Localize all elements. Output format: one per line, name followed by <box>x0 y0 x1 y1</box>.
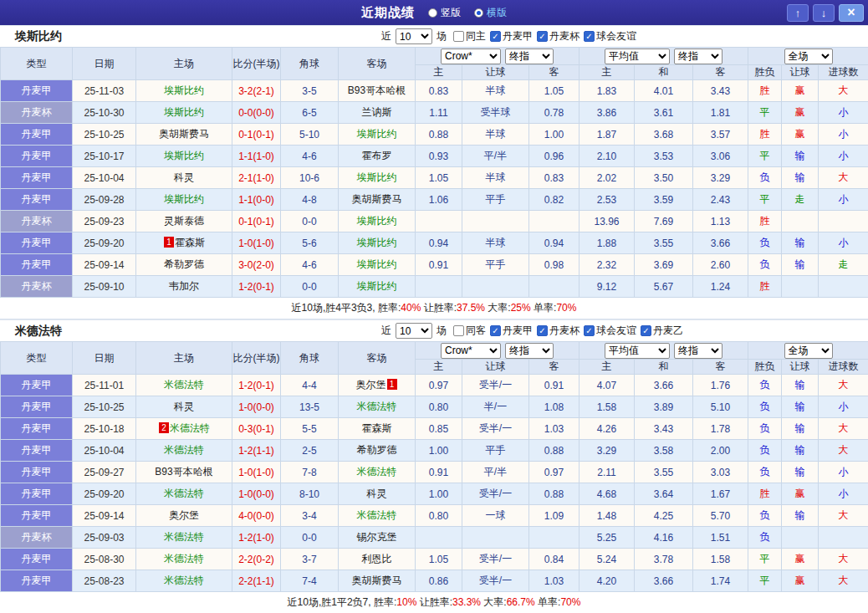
team-link[interactable]: 锡尔克堡 <box>357 531 397 543</box>
team-link[interactable]: 埃斯比约 <box>357 237 397 248</box>
home-team-cell: 米德法特 <box>136 549 232 570</box>
team-link[interactable]: 奥尔堡 <box>169 509 199 521</box>
result-cell: 平 <box>748 570 782 592</box>
team-link[interactable]: 埃斯比约 <box>357 215 397 227</box>
team-link[interactable]: 韦加尔 <box>169 280 199 292</box>
filter-checkbox-丹麦杯[interactable]: ✓丹麦杯 <box>537 29 580 43</box>
filter-checkbox-球会友谊[interactable]: ✓球会友谊 <box>584 324 636 338</box>
match-scope-select[interactable]: 全场 <box>784 49 833 64</box>
team-link[interactable]: B93哥本哈根 <box>155 466 212 478</box>
team-link[interactable]: 科灵 <box>367 488 387 499</box>
team-link[interactable]: 米德法特 <box>164 531 204 543</box>
checkbox-icon[interactable] <box>453 31 464 42</box>
team-link[interactable]: 奥胡斯费马 <box>352 193 402 205</box>
layout-radio-horizontal[interactable]: 横版 <box>474 6 507 20</box>
team-link[interactable]: 埃斯比约 <box>357 258 397 270</box>
team-link[interactable]: 米德法特 <box>164 379 204 391</box>
team-link[interactable]: 奥尔堡 <box>356 379 386 391</box>
team-link[interactable]: 米德法特 <box>357 466 397 478</box>
away-team-cell: 埃斯比约 <box>339 276 416 298</box>
away-team-cell: 奥胡斯费马 <box>339 189 416 211</box>
titlebar: 近期战绩 竖版 横版 ↑ ↓ × <box>0 0 868 25</box>
checkbox-icon[interactable]: ✓ <box>490 31 501 42</box>
goals-result-cell: 小 <box>819 232 868 254</box>
filter-checkbox-丹麦甲[interactable]: ✓丹麦甲 <box>490 29 533 43</box>
team-link[interactable]: 科灵 <box>174 171 194 183</box>
odds-away-cell: 1.81 <box>693 102 748 124</box>
scope-select-cell: 全场 <box>748 342 868 360</box>
checkbox-icon[interactable]: ✓ <box>641 325 651 336</box>
handicap-line-cell: 半球 <box>462 80 529 102</box>
team-link[interactable]: 希勒罗德 <box>357 444 397 456</box>
final-index-select-2[interactable]: 终指 <box>674 49 722 64</box>
filter-checkbox-球会友谊[interactable]: ✓球会友谊 <box>584 29 636 43</box>
handicap-away-cell <box>529 211 580 232</box>
team-link[interactable]: 米德法特 <box>357 509 397 521</box>
team-link[interactable]: 霍森斯 <box>175 237 205 248</box>
average-value-select[interactable]: 平均值 <box>605 49 670 64</box>
checkbox-icon[interactable]: ✓ <box>537 325 548 336</box>
match-count-select[interactable]: 10 <box>396 323 432 339</box>
handicap-home-cell: 0.91 <box>416 462 462 483</box>
team-link[interactable]: 奥胡斯费马 <box>159 128 209 140</box>
league-type-cell: 丹麦甲 <box>1 189 73 211</box>
team-link[interactable]: 埃斯比约 <box>164 150 204 161</box>
checkbox-label: 球会友谊 <box>596 29 636 43</box>
team-link[interactable]: 米德法特 <box>164 575 204 586</box>
final-index-select[interactable]: 终指 <box>505 343 554 359</box>
scroll-down-button[interactable]: ↓ <box>813 4 835 22</box>
odds-home-cell: 3.86 <box>580 102 635 124</box>
match-scope-select[interactable]: 全场 <box>784 343 833 359</box>
team-link[interactable]: 埃斯比约 <box>164 84 204 96</box>
checkbox-icon[interactable]: ✓ <box>584 31 595 42</box>
team-link[interactable]: 兰讷斯 <box>362 106 392 118</box>
col-type-header: 类型 <box>1 342 73 375</box>
team-link[interactable]: 埃斯比约 <box>164 106 204 118</box>
checkbox-icon[interactable]: ✓ <box>584 325 595 336</box>
team-link[interactable]: 米德法特 <box>164 553 204 564</box>
odds-home-cell: 1.87 <box>580 124 635 146</box>
away-team-cell: 霍森斯 <box>339 418 416 440</box>
close-button[interactable]: × <box>839 4 864 22</box>
team-link[interactable]: 埃斯比约 <box>357 280 397 292</box>
handicap-away-cell: 0.88 <box>529 440 580 462</box>
bookmaker-select[interactable]: Crow* <box>441 49 501 64</box>
filter-checkbox-丹麦甲[interactable]: ✓丹麦甲 <box>490 324 533 338</box>
team-link[interactable]: 希勒罗德 <box>164 258 204 270</box>
match-count-select[interactable]: 10 <box>396 28 432 44</box>
handicap-home-cell: 1.06 <box>416 189 462 211</box>
scroll-up-button[interactable]: ↑ <box>787 4 809 22</box>
team-link[interactable]: 奥胡斯费马 <box>352 575 402 586</box>
checkbox-icon[interactable]: ✓ <box>490 325 501 336</box>
league-type-cell: 丹麦甲 <box>1 232 73 254</box>
checkbox-icon[interactable]: ✓ <box>537 31 548 42</box>
final-index-select-2[interactable]: 终指 <box>674 343 722 359</box>
checkbox-label: 丹麦甲 <box>503 29 533 43</box>
filter-checkbox-丹麦乙[interactable]: ✓丹麦乙 <box>641 324 683 338</box>
col-handicap-line-header: 让球 <box>462 65 529 80</box>
average-value-select[interactable]: 平均值 <box>605 343 670 359</box>
team-link[interactable]: 米德法特 <box>164 488 204 499</box>
team-link[interactable]: 利恩比 <box>362 553 392 564</box>
filter-checkbox-同客[interactable]: 同客 <box>453 324 486 338</box>
team-link[interactable]: 米德法特 <box>170 422 210 434</box>
final-index-select[interactable]: 终指 <box>505 49 554 64</box>
filter-checkbox-同主[interactable]: 同主 <box>453 29 486 43</box>
away-team-cell: 埃斯比约 <box>339 124 416 146</box>
team-link[interactable]: 灵斯泰德 <box>164 215 204 227</box>
team-link[interactable]: 霍森斯 <box>362 422 392 434</box>
team-link[interactable]: 科灵 <box>174 401 194 412</box>
team-link[interactable]: 米德法特 <box>164 444 204 456</box>
team-link[interactable]: 埃斯比约 <box>357 171 397 183</box>
bookmaker-select[interactable]: Crow* <box>441 343 501 359</box>
team-link[interactable]: 霍布罗 <box>362 150 392 161</box>
odds-away-cell: 3.57 <box>693 124 748 146</box>
layout-radio-vertical[interactable]: 竖版 <box>428 6 461 20</box>
team-link[interactable]: 埃斯比约 <box>164 193 204 205</box>
team-link[interactable]: B93哥本哈根 <box>348 84 406 96</box>
corner-cell: 3-4 <box>281 505 339 527</box>
checkbox-icon[interactable] <box>453 325 464 336</box>
filter-checkbox-丹麦杯[interactable]: ✓丹麦杯 <box>537 324 580 338</box>
team-link[interactable]: 埃斯比约 <box>357 128 397 140</box>
team-link[interactable]: 米德法特 <box>357 401 397 412</box>
